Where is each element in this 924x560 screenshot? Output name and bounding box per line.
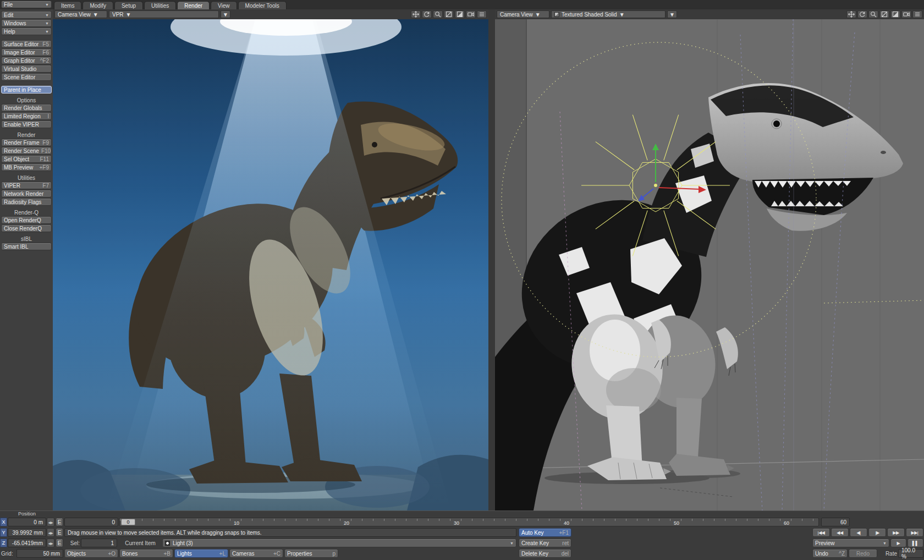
vpr-render-canvas[interactable] bbox=[53, 19, 488, 510]
fit-button[interactable] bbox=[444, 10, 454, 18]
current-item-dropdown[interactable]: Light (3) ▼ bbox=[162, 539, 516, 547]
sidebar-item-parent-in-place[interactable]: Parent in Place bbox=[1, 86, 52, 94]
rotate-button[interactable] bbox=[857, 10, 867, 18]
camera-button[interactable] bbox=[901, 10, 911, 18]
tab-items[interactable]: Items bbox=[54, 1, 81, 9]
view-mode-dropdown[interactable]: Camera View ▼ bbox=[497, 10, 549, 18]
file-menu-button[interactable]: File ▼ bbox=[1, 1, 52, 8]
current-item-label: Current Item bbox=[119, 539, 161, 547]
step-forward-button[interactable]: |▶ bbox=[868, 528, 886, 537]
auto-key-button[interactable]: Auto Key +F1 bbox=[519, 528, 571, 537]
preview-pause-button[interactable]: ▌▌ bbox=[908, 539, 923, 547]
position-y-field[interactable]: 39.9992 mm bbox=[8, 528, 46, 537]
chevron-down-icon: ▼ bbox=[126, 12, 131, 18]
timeline[interactable]: 0 10 20 30 40 50 60 0 bbox=[119, 518, 819, 526]
sidebar-item-mb-preview[interactable]: MB Preview +F9 bbox=[1, 163, 52, 171]
current-frame-field[interactable]: 0 bbox=[64, 518, 118, 526]
end-frame-field[interactable]: 60 bbox=[821, 518, 850, 526]
tab-render[interactable]: Render bbox=[177, 1, 210, 9]
create-key-button[interactable]: Create Key ret bbox=[519, 539, 571, 547]
menu-edit[interactable]: Edit ▼ bbox=[1, 11, 52, 19]
sidebar-item-radiosity-flags[interactable]: Radiosity Flags bbox=[1, 198, 52, 206]
sidebar: Edit ▼ Windows ▼ Help ▼ Surface Editor F… bbox=[0, 9, 53, 510]
item-key: F11 bbox=[38, 156, 50, 162]
sidebar-item-close-renderq[interactable]: Close RenderQ bbox=[1, 224, 52, 232]
objects-button[interactable]: Objects +O bbox=[64, 549, 118, 558]
tab-modeler-tools[interactable]: Modeler Tools bbox=[238, 1, 287, 9]
position-x-spinner[interactable]: ◀▶ bbox=[47, 518, 54, 526]
redo-button[interactable]: Redo bbox=[849, 549, 877, 558]
zoom-button[interactable] bbox=[433, 10, 443, 18]
position-y-spinner[interactable]: ◀▶ bbox=[47, 528, 54, 537]
viewport-left[interactable]: Camera View ▼ VPR ▼ ▼ bbox=[53, 9, 488, 510]
shading-toggle-button[interactable] bbox=[455, 10, 465, 18]
fit-button[interactable] bbox=[879, 10, 889, 18]
sidebar-item-render-scene[interactable]: Render Scene F10 bbox=[1, 147, 52, 155]
go-end-button[interactable]: ▶▶| bbox=[906, 528, 923, 537]
viewport-options-dropdown[interactable]: ▼ bbox=[667, 10, 677, 18]
sidebar-item-virtual-studio[interactable]: Virtual Studio bbox=[1, 65, 52, 73]
preview-dropdown[interactable]: Preview ▼ bbox=[812, 539, 889, 547]
viewport-menu-button[interactable] bbox=[912, 10, 922, 18]
tab-setup[interactable]: Setup bbox=[114, 1, 143, 9]
properties-button[interactable]: Properties p bbox=[284, 549, 338, 558]
position-z-spinner[interactable]: ◀▶ bbox=[47, 539, 54, 547]
envelope-z-button[interactable]: E bbox=[56, 539, 63, 547]
undo-button[interactable]: Undo ^Z bbox=[812, 549, 848, 558]
sidebar-item-sel-object[interactable]: Sel Object F11 bbox=[1, 155, 52, 163]
sidebar-item-limited-region[interactable]: Limited Region l bbox=[1, 112, 52, 120]
tab-view[interactable]: View bbox=[211, 1, 237, 9]
sidebar-item-open-renderq[interactable]: Open RenderQ bbox=[1, 216, 52, 224]
pan-button[interactable] bbox=[411, 10, 421, 18]
undo-shortcut: ^Z bbox=[837, 551, 845, 557]
step-back-button[interactable]: ◀| bbox=[850, 528, 867, 537]
rotate-button[interactable] bbox=[422, 10, 432, 18]
section-header-sibl: sIBL bbox=[0, 236, 53, 242]
shading-toggle-button[interactable] bbox=[890, 10, 900, 18]
delete-key-button[interactable]: Delete Key del bbox=[519, 549, 571, 558]
sidebar-item-surface-editor[interactable]: Surface Editor F5 bbox=[1, 40, 52, 48]
shaded-view-canvas[interactable] bbox=[495, 19, 924, 510]
sidebar-item-network-render[interactable]: Network Render bbox=[1, 190, 52, 197]
tab-modify[interactable]: Modify bbox=[82, 1, 113, 9]
sidebar-item-viper[interactable]: VIPER F7 bbox=[1, 182, 52, 189]
viewport-menu-button[interactable] bbox=[477, 10, 487, 18]
viewport-right[interactable]: Camera View ▼ Textured Shaded Solid ▼ ▼ bbox=[495, 9, 924, 510]
objects-label: Objects bbox=[67, 551, 86, 557]
tab-utilities[interactable]: Utilities bbox=[144, 1, 176, 9]
camera-button[interactable] bbox=[466, 10, 476, 18]
go-start-button[interactable]: |◀◀ bbox=[812, 528, 830, 537]
envelope-y-button[interactable]: E bbox=[56, 528, 63, 537]
render-mode-dropdown[interactable]: VPR ▼ bbox=[109, 10, 219, 18]
rewind-button[interactable]: ◀◀ bbox=[831, 528, 849, 537]
cameras-button[interactable]: Cameras +C bbox=[229, 549, 283, 558]
viewport-options-dropdown[interactable]: ▼ bbox=[221, 10, 230, 18]
pan-button[interactable] bbox=[846, 10, 856, 18]
envelope-x-button[interactable]: E bbox=[56, 518, 63, 526]
position-z-field[interactable]: -65.0419mm bbox=[8, 539, 46, 547]
menu-icon bbox=[479, 11, 485, 18]
sidebar-item-render-globals[interactable]: Render Globals bbox=[1, 104, 52, 112]
preview-play-button[interactable]: ▶ bbox=[890, 539, 906, 547]
sidebar-item-render-frame[interactable]: Render Frame F9 bbox=[1, 139, 52, 146]
render-mode-dropdown[interactable]: Textured Shaded Solid ▼ bbox=[551, 10, 666, 18]
bones-button[interactable]: Bones +B bbox=[119, 549, 173, 558]
auto-key-label: Auto Key bbox=[521, 530, 544, 536]
menu-windows[interactable]: Windows ▼ bbox=[1, 19, 52, 27]
position-label: Position bbox=[8, 511, 46, 517]
sidebar-item-image-editor[interactable]: Image Editor F6 bbox=[1, 48, 52, 56]
fit-icon bbox=[446, 11, 452, 18]
lights-button[interactable]: Lights +L bbox=[174, 549, 228, 558]
sidebar-item-enable-viper[interactable]: Enable VIPER bbox=[1, 120, 52, 128]
fast-forward-button[interactable]: ▶▶ bbox=[887, 528, 905, 537]
zoom-button[interactable] bbox=[868, 10, 878, 18]
sidebar-item-scene-editor[interactable]: Scene Editor bbox=[1, 73, 52, 81]
position-x-field[interactable]: 0 m bbox=[8, 518, 46, 526]
menu-help[interactable]: Help ▼ bbox=[1, 28, 52, 35]
sidebar-item-graph-editor[interactable]: Graph Editor ^F2 bbox=[1, 57, 52, 64]
sidebar-item-smart-ibl[interactable]: Smart IBL bbox=[1, 243, 52, 250]
menubar: File ▼ Items Modify Setup Utilities Rend… bbox=[0, 0, 924, 9]
camera-icon bbox=[468, 11, 474, 18]
timeline-knob[interactable]: 0 bbox=[121, 519, 135, 525]
view-mode-dropdown[interactable]: Camera View ▼ bbox=[54, 10, 107, 18]
